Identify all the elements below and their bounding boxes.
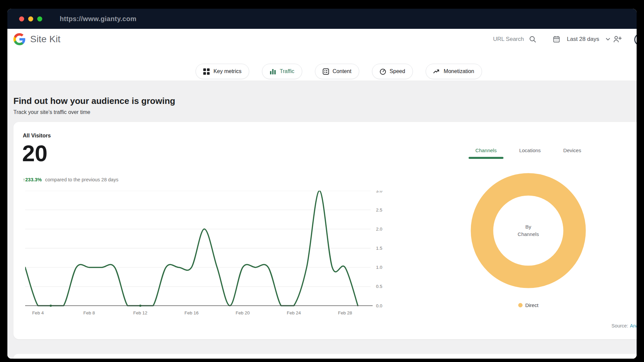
trending-up-icon: [433, 68, 440, 75]
legend-label: Direct: [525, 302, 538, 308]
svg-text:Feb 16: Feb 16: [184, 310, 199, 315]
maximize-window-button[interactable]: [37, 16, 42, 21]
svg-text:Feb 12: Feb 12: [133, 310, 147, 315]
date-range-selector[interactable]: Last 28 days: [549, 29, 613, 50]
account-avatar[interactable]: [634, 34, 637, 46]
svg-text:2.5: 2.5: [376, 207, 382, 213]
dashboard-nav: Key metrics Traffic: [7, 50, 637, 80]
section-title: Find out how your audience is growing: [7, 80, 637, 106]
tab-devices[interactable]: Devices: [554, 147, 591, 153]
change-suffix: compared to the previous 28 days: [45, 177, 118, 182]
source-line: Source:Analytics: [611, 323, 637, 328]
tab-locations[interactable]: Locations: [512, 147, 548, 153]
sitekit-logo: Site Kit: [13, 33, 60, 45]
search-icon[interactable]: [529, 36, 536, 43]
section-subtitle: Track your site’s traffic over time: [7, 106, 637, 115]
article-icon: [323, 68, 329, 75]
nav-pill-label: Key metrics: [213, 68, 241, 74]
nav-pill-content[interactable]: Content: [315, 64, 359, 79]
legend-color-dot: [518, 303, 523, 307]
svg-text:Feb 20: Feb 20: [236, 310, 250, 315]
tab-label: Channels: [475, 147, 496, 153]
sitekit-header: Site Kit URL Search Last: [7, 29, 637, 50]
nav-pill-label: Traffic: [280, 68, 294, 74]
channels-donut-chart: By Channels: [471, 173, 586, 288]
source-label: Source:: [611, 323, 628, 328]
metric-label: All Visitors: [23, 133, 51, 139]
speedometer-icon: [380, 68, 386, 75]
share-access-button[interactable]: [613, 29, 622, 50]
change-line: ↑233.3% compared to the previous 28 days: [23, 177, 118, 182]
svg-text:0.0: 0.0: [376, 303, 382, 308]
chevron-down-icon: [606, 38, 610, 41]
nav-pill-speed[interactable]: Speed: [372, 64, 413, 79]
browser-titlebar: https://www.gianty.com: [7, 9, 637, 29]
svg-text:2.0: 2.0: [376, 227, 382, 232]
bar-chart-icon: [270, 68, 276, 75]
url-search[interactable]: URL Search: [493, 29, 541, 50]
next-widget-card: [13, 354, 637, 359]
svg-text:Feb 24: Feb 24: [287, 310, 301, 315]
metric-value: 20: [22, 140, 48, 166]
svg-text:1.5: 1.5: [376, 246, 382, 251]
tab-channels[interactable]: Channels: [468, 147, 504, 153]
tab-label: Devices: [563, 147, 581, 153]
nav-pill-label: Content: [333, 68, 352, 74]
address-bar-url: https://www.gianty.com: [60, 15, 137, 23]
url-search-label: URL Search: [493, 36, 524, 43]
svg-text:1.0: 1.0: [376, 265, 382, 270]
active-tab-underline: [469, 157, 503, 159]
change-percent: ↑233.3%: [23, 177, 42, 182]
date-range-label: Last 28 days: [567, 36, 599, 43]
close-window-button[interactable]: [19, 16, 24, 21]
tab-label: Locations: [519, 147, 541, 153]
grid-icon: [203, 68, 210, 75]
visitors-line-chart: Feb 4Feb 8Feb 12Feb 16Feb 20Feb 24Feb 28…: [25, 191, 397, 323]
person-add-icon: [613, 35, 622, 43]
svg-text:Feb 8: Feb 8: [83, 310, 95, 315]
google-g-icon: [13, 33, 25, 45]
donut-center-label: By Channels: [471, 173, 586, 288]
nav-pill-key-metrics[interactable]: Key metrics: [196, 64, 249, 79]
browser-window: https://www.gianty.com Site Kit URL Sear…: [7, 9, 637, 359]
svg-text:3.0: 3.0: [376, 191, 382, 193]
svg-text:Feb 28: Feb 28: [338, 310, 352, 315]
nav-pill-label: Monetization: [444, 68, 474, 74]
svg-text:0.5: 0.5: [376, 284, 382, 289]
donut-legend: Direct: [471, 302, 586, 308]
product-name: Site Kit: [30, 34, 60, 45]
nav-pill-monetization[interactable]: Monetization: [426, 64, 482, 79]
minimize-window-button[interactable]: [28, 16, 33, 21]
source-analytics-link[interactable]: Analytics: [630, 323, 637, 328]
nav-pill-traffic[interactable]: Traffic: [262, 64, 302, 79]
all-visitors-card: All Visitors 20 ↑233.3% compared to the …: [13, 122, 637, 339]
calendar-icon: [553, 36, 560, 43]
svg-text:Feb 4: Feb 4: [32, 310, 44, 315]
nav-pill-label: Speed: [390, 68, 405, 74]
